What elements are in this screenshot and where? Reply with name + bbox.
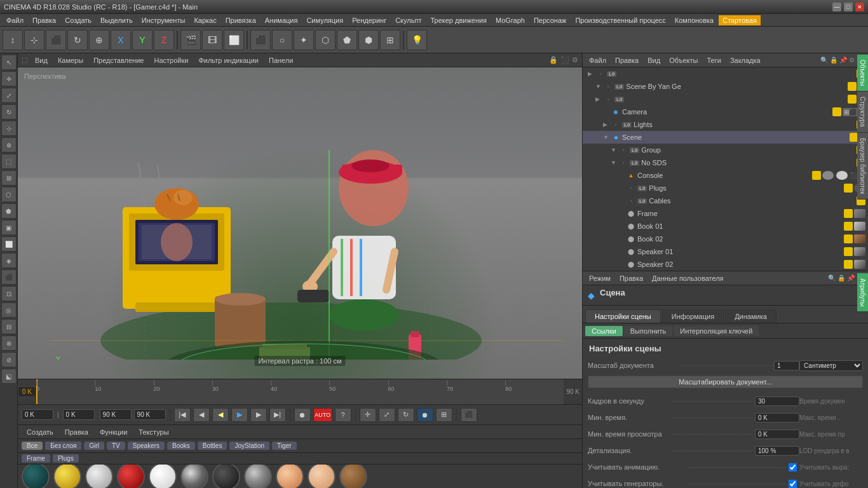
vp-menu-cameras[interactable]: Камеры [55,57,86,64]
attr-check-anim[interactable] [789,463,797,471]
tree-item-group[interactable]: ▼ ◦ L0 Group [583,144,868,156]
swatch-1[interactable] [53,464,81,488]
mat-tab-func[interactable]: Функции [95,427,132,437]
toolbar-rotate[interactable]: ↻ [67,30,88,50]
tool-15[interactable]: ⊡ [1,286,17,301]
transport-scale2[interactable]: ⤢ [379,408,395,422]
vp-maximize-icon[interactable]: ⬛ [560,56,569,64]
menu-item-3[interactable]: Выделить [97,15,137,25]
swatch-6[interactable] [212,464,240,488]
tree-item-book02[interactable]: ⬤ Book 02 [583,233,868,245]
transport-prev-frame[interactable]: ◀ [193,408,210,422]
vtab-library[interactable]: Браузер библиотек [857,133,868,200]
tag-no-layer[interactable]: Без слоя [45,442,81,450]
menu-item-14[interactable]: Производственный процесс [571,15,669,25]
tag-tiger[interactable]: Tiger [272,442,296,450]
timeline-ruler[interactable]: 0102030405060708090 [36,379,564,404]
tree-item-plugs[interactable]: ◦ L0 Plugs [583,182,868,194]
tool-19[interactable]: ⊘ [1,352,17,367]
attr-select-unit[interactable]: Сантиметр Метр [799,360,863,371]
vp-menu-view[interactable]: Вид [32,57,50,64]
menu-item-10[interactable]: Скульпт [391,15,425,25]
vp-menu-display[interactable]: Представление [91,57,146,64]
swatch-8[interactable] [276,464,304,488]
attr-tab-settings[interactable]: Настройки сцены [585,309,661,323]
tool-11[interactable]: ▣ [1,220,17,235]
toolbar-render[interactable]: 🎬 [180,30,201,50]
tool-7[interactable]: ⬚ [1,154,17,169]
tool-10[interactable]: ⬟ [1,203,17,219]
mat-tab-texture[interactable]: Текстуры [133,427,173,437]
tag-bottles[interactable]: Bottles [198,442,227,450]
tree-item-lights[interactable]: ▶ ◦ L0 Lights [583,118,868,131]
transport-layout[interactable]: ⬛ [461,408,477,422]
om-pin-icon[interactable]: 📌 [839,57,847,64]
transport-grid[interactable]: ⊞ [436,408,452,422]
tool-14[interactable]: ⬛ [1,269,17,285]
swatch-2[interactable] [85,464,113,488]
tool-9[interactable]: ⬡ [1,187,17,202]
attr-input-scale[interactable] [774,361,799,370]
swatch-9[interactable] [308,464,336,488]
tag-books[interactable]: Books [167,442,195,450]
mat-tab-edit[interactable]: Правка [60,427,93,437]
transport-record2[interactable]: ⏺ [417,408,433,422]
toolbar-cube[interactable]: ⬛ [250,30,271,50]
vp-lock-icon[interactable]: 🔒 [549,56,558,64]
transport-to-start[interactable]: |◀ [174,408,191,422]
menu-item-1[interactable]: Правка [29,15,60,25]
transport-rotate2[interactable]: ↻ [398,408,414,422]
attr-subtab-interp[interactable]: Интерполяция ключей [674,326,759,336]
om-menu-bookmarks[interactable]: Закладка [728,57,763,64]
menu-item-4[interactable]: Инструменты [138,15,189,25]
tree-item-l0-2[interactable]: ▶ ◦ L0 ⬛ [583,93,868,105]
menu-item-13[interactable]: Персонаж [530,15,570,25]
viewport[interactable]: Перспектива [18,67,582,379]
tool-select[interactable]: ↖ [1,55,17,70]
menu-item-5[interactable]: Каркас [190,15,220,25]
swatch-5[interactable] [180,464,208,488]
swatch-10[interactable] [339,464,367,488]
transport-end2-field[interactable] [134,409,166,420]
tree-item-frame[interactable]: ⬤ Frame [583,207,868,220]
attr-subtab-exec[interactable]: Выполнить [624,326,672,336]
toolbar-tool8[interactable]: Z [154,30,174,50]
tree-item-l0-root[interactable]: ▶ ◦ L0 [583,67,868,80]
tool-17[interactable]: ⊟ [1,319,17,334]
attr-tab-info[interactable]: Информация [662,309,724,323]
tree-item-speaker02[interactable]: ⬤ Speaker 02 [583,258,868,271]
swatch-7[interactable] [244,464,272,488]
attr-subtab-refs[interactable]: Ссылки [585,326,623,336]
toolbar-tool9[interactable]: ⬜ [224,30,244,50]
attr-lock-icon[interactable]: 🔒 [837,274,845,281]
tag-all[interactable]: Все [22,442,43,450]
transport-start-field[interactable] [22,409,53,420]
om-lock-icon[interactable]: 🔒 [830,57,837,64]
menu-item-15[interactable]: Компоновка [671,15,717,25]
vtab-structure[interactable]: Структура [857,92,868,132]
attr-menu-edit[interactable]: Правка [617,274,646,282]
transport-end-field[interactable] [100,409,132,420]
toolbar-tool5[interactable]: ⊕ [89,30,109,50]
mat-tab-create[interactable]: Создать [22,427,58,437]
tag-speakers[interactable]: Speakers [128,442,165,450]
tag-plugs[interactable]: Plugs [53,454,79,463]
tool-12[interactable]: ⬜ [1,236,17,252]
tree-item-cables[interactable]: ◦ L0 Cables [583,194,868,207]
attr-search-icon[interactable]: 🔍 [828,274,836,281]
menu-item-0[interactable]: Файл [3,15,27,25]
swatch-3[interactable] [117,464,145,488]
toolbar-light[interactable]: 💡 [407,30,427,50]
vp-menu-settings[interactable]: Настройки [151,57,191,64]
om-menu-file[interactable]: Файл [587,57,609,64]
menu-item-8[interactable]: Симуляция [302,15,347,25]
tree-item-book01[interactable]: ⬤ Book 01 [583,220,868,233]
swatch-0[interactable] [22,464,50,488]
tool-move[interactable]: ✛ [1,71,17,86]
toolbar-tool11[interactable]: ⬡ [315,30,336,50]
menu-item-12[interactable]: MoGraph [492,15,529,25]
attr-pin-icon[interactable]: 📌 [847,274,855,281]
toolbar-sphere[interactable]: ○ [272,30,292,50]
attr-menu-mode[interactable]: Режим [587,274,613,282]
toolbar-tool14[interactable]: ⊞ [380,30,400,50]
